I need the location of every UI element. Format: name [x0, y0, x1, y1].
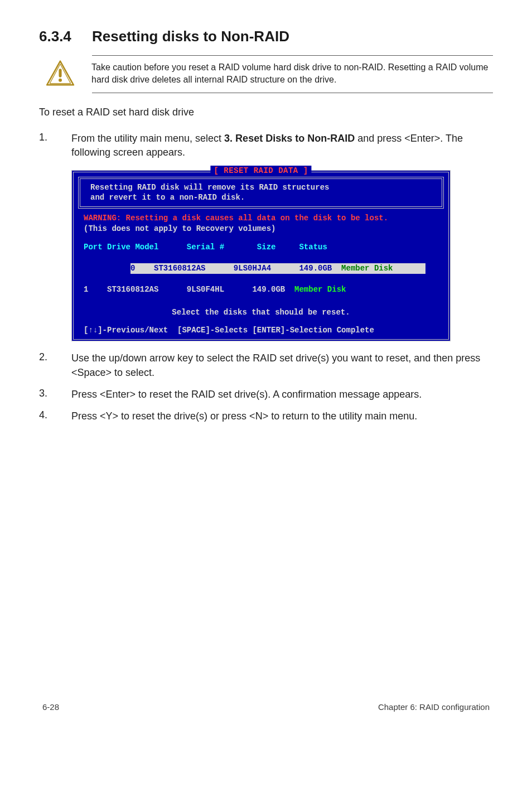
bios-select-line: Select the disks that should be reset. — [84, 307, 438, 318]
section-title: Resetting disks to Non-RAID — [92, 28, 289, 45]
step-1-text: From the utility main menu, select 3. Re… — [71, 132, 493, 160]
step-1-pre: From the utility main menu, select — [71, 133, 224, 144]
caution-block: Take caution before you reset a RAID vol… — [39, 56, 493, 93]
bios-screenshot: [ RESET RAID DATA ] Resetting RAID disk … — [71, 170, 493, 342]
caution-text: Take caution before you reset a RAID vol… — [91, 60, 493, 85]
step-1-bold: 3. Reset Disks to Non-RAID — [224, 133, 355, 144]
intro-text: To reset a RAID set hard disk drive — [39, 105, 493, 119]
step-4-text: Press <Y> to reset the drive(s) or press… — [71, 409, 417, 423]
step-4-num: 4. — [39, 409, 71, 423]
step-2-text: Use the up/down arrow key to select the … — [71, 351, 493, 379]
step-3-text: Press <Enter> to reset the RAID set driv… — [71, 388, 422, 402]
step-1-num: 1. — [39, 132, 71, 160]
bios-row1: 1 ST3160812AS 9LS0F4HL 149.0GB Member Di… — [84, 284, 438, 295]
bios-row1-pre: 1 ST3160812AS 9LS0F4HL 149.0GB — [84, 285, 294, 294]
section-number: 6.3.4 — [39, 28, 92, 45]
footer-page: 6-28 — [42, 702, 59, 712]
step-2-num: 2. — [39, 351, 71, 379]
bios-footer: [↑↓]-Previous/Next [SPACE]-Selects [ENTE… — [84, 325, 438, 336]
bios-line1: Resetting RAID disk will remove its RAID… — [90, 182, 432, 193]
svg-point-3 — [59, 79, 62, 82]
divider-bottom — [92, 93, 493, 93]
bios-row0-status: Member Disk — [341, 264, 425, 273]
bios-row0-pre: 0 ST3160812AS 9LS0HJA4 149.0GB — [130, 264, 341, 273]
bios-recovery: (This does not apply to Recovery volumes… — [84, 224, 438, 234]
bios-title: [ RESET RAID DATA ] — [210, 166, 311, 176]
bios-row0: 0 ST3160812AS 9LS0HJA4 149.0GB Member Di… — [130, 263, 425, 274]
caution-icon — [46, 60, 75, 88]
footer-chapter: Chapter 6: RAID configuration — [378, 702, 490, 712]
bios-header-row: Port Drive Model Serial # Size Status — [84, 242, 438, 253]
step-3-num: 3. — [39, 388, 71, 402]
svg-rect-2 — [59, 69, 61, 77]
bios-line2: and revert it to a non-RAID disk. — [90, 192, 432, 203]
bios-warning: WARNING: Resetting a disk causes all dat… — [84, 213, 438, 224]
bios-row1-status: Member Disk — [294, 285, 346, 294]
